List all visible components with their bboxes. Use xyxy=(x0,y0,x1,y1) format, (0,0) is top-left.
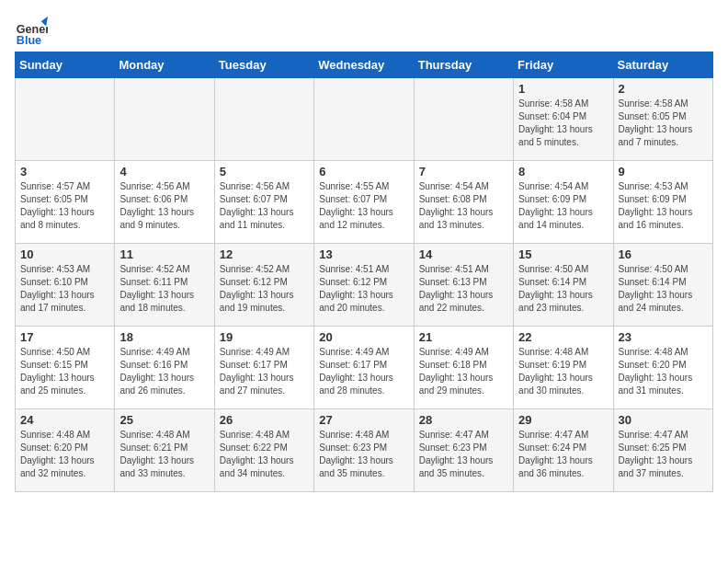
day-number: 8 xyxy=(518,165,608,178)
calendar-cell: 13Sunrise: 4:51 AM Sunset: 6:12 PM Dayli… xyxy=(314,244,414,327)
day-number: 18 xyxy=(119,330,209,344)
day-number: 3 xyxy=(20,165,109,178)
day-info: Sunrise: 4:51 AM Sunset: 6:12 PM Dayligh… xyxy=(319,263,408,315)
calendar-cell: 17Sunrise: 4:50 AM Sunset: 6:15 PM Dayli… xyxy=(16,327,115,409)
header-saturday: Saturday xyxy=(613,52,712,78)
day-info: Sunrise: 4:48 AM Sunset: 6:23 PM Dayligh… xyxy=(319,429,408,480)
day-number: 25 xyxy=(119,413,209,427)
day-number: 9 xyxy=(619,165,708,178)
calendar-cell: 23Sunrise: 4:48 AM Sunset: 6:20 PM Dayli… xyxy=(613,327,712,409)
day-number: 28 xyxy=(419,413,508,427)
calendar-cell xyxy=(314,78,414,161)
day-info: Sunrise: 4:49 AM Sunset: 6:18 PM Dayligh… xyxy=(419,346,508,397)
day-number: 29 xyxy=(518,413,608,427)
calendar-cell: 27Sunrise: 4:48 AM Sunset: 6:23 PM Dayli… xyxy=(314,409,414,492)
day-info: Sunrise: 4:48 AM Sunset: 6:19 PM Dayligh… xyxy=(518,346,608,397)
calendar-cell: 12Sunrise: 4:52 AM Sunset: 6:12 PM Dayli… xyxy=(214,244,313,327)
day-number: 1 xyxy=(518,82,608,96)
svg-text:Blue: Blue xyxy=(17,34,41,47)
day-info: Sunrise: 4:47 AM Sunset: 6:24 PM Dayligh… xyxy=(518,429,608,480)
header-friday: Friday xyxy=(514,52,613,78)
calendar-cell: 9Sunrise: 4:53 AM Sunset: 6:09 PM Daylig… xyxy=(613,161,712,244)
calendar-cell: 2Sunrise: 4:58 AM Sunset: 6:05 PM Daylig… xyxy=(613,78,712,161)
day-number: 10 xyxy=(20,247,109,261)
header-tuesday: Tuesday xyxy=(214,52,313,78)
day-number: 19 xyxy=(220,330,309,344)
calendar-cell: 21Sunrise: 4:49 AM Sunset: 6:18 PM Dayli… xyxy=(414,327,513,409)
day-info: Sunrise: 4:52 AM Sunset: 6:12 PM Dayligh… xyxy=(220,263,309,315)
day-info: Sunrise: 4:50 AM Sunset: 6:14 PM Dayligh… xyxy=(619,263,708,315)
day-number: 13 xyxy=(319,247,408,261)
logo-icon: General Blue xyxy=(15,15,48,48)
day-info: Sunrise: 4:58 AM Sunset: 6:04 PM Dayligh… xyxy=(518,98,608,149)
calendar-header: SundayMondayTuesdayWednesdayThursdayFrid… xyxy=(16,52,713,78)
day-number: 23 xyxy=(619,330,708,344)
calendar-cell: 11Sunrise: 4:52 AM Sunset: 6:11 PM Dayli… xyxy=(115,244,214,327)
day-number: 27 xyxy=(319,413,408,427)
day-number: 15 xyxy=(518,247,608,261)
day-info: Sunrise: 4:49 AM Sunset: 6:17 PM Dayligh… xyxy=(220,346,309,397)
calendar-cell: 1Sunrise: 4:58 AM Sunset: 6:04 PM Daylig… xyxy=(514,78,613,161)
day-number: 20 xyxy=(319,330,408,344)
calendar-cell: 10Sunrise: 4:53 AM Sunset: 6:10 PM Dayli… xyxy=(16,244,115,327)
day-number: 2 xyxy=(619,82,708,96)
header-thursday: Thursday xyxy=(414,52,513,78)
day-info: Sunrise: 4:50 AM Sunset: 6:14 PM Dayligh… xyxy=(518,263,608,315)
calendar-cell: 4Sunrise: 4:56 AM Sunset: 6:06 PM Daylig… xyxy=(115,161,214,244)
week-row-2: 10Sunrise: 4:53 AM Sunset: 6:10 PM Dayli… xyxy=(16,244,713,327)
day-info: Sunrise: 4:57 AM Sunset: 6:05 PM Dayligh… xyxy=(20,180,109,232)
day-number: 16 xyxy=(619,247,708,261)
day-number: 17 xyxy=(20,330,109,344)
week-row-0: 1Sunrise: 4:58 AM Sunset: 6:04 PM Daylig… xyxy=(16,78,713,161)
day-info: Sunrise: 4:58 AM Sunset: 6:05 PM Dayligh… xyxy=(619,98,708,149)
day-info: Sunrise: 4:55 AM Sunset: 6:07 PM Dayligh… xyxy=(319,180,408,232)
calendar-cell: 24Sunrise: 4:48 AM Sunset: 6:20 PM Dayli… xyxy=(16,409,115,492)
day-info: Sunrise: 4:52 AM Sunset: 6:11 PM Dayligh… xyxy=(119,263,209,315)
header-wednesday: Wednesday xyxy=(314,52,414,78)
calendar-cell: 30Sunrise: 4:47 AM Sunset: 6:25 PM Dayli… xyxy=(613,409,712,492)
day-info: Sunrise: 4:50 AM Sunset: 6:15 PM Dayligh… xyxy=(20,346,109,397)
calendar-cell xyxy=(214,78,313,161)
calendar-cell xyxy=(414,78,513,161)
calendar-cell: 18Sunrise: 4:49 AM Sunset: 6:16 PM Dayli… xyxy=(115,327,214,409)
week-row-4: 24Sunrise: 4:48 AM Sunset: 6:20 PM Dayli… xyxy=(16,409,713,492)
week-row-1: 3Sunrise: 4:57 AM Sunset: 6:05 PM Daylig… xyxy=(16,161,713,244)
day-info: Sunrise: 4:54 AM Sunset: 6:09 PM Dayligh… xyxy=(518,180,608,232)
day-info: Sunrise: 4:49 AM Sunset: 6:17 PM Dayligh… xyxy=(319,346,408,397)
header-monday: Monday xyxy=(115,52,214,78)
day-number: 14 xyxy=(419,247,508,261)
calendar-cell: 26Sunrise: 4:48 AM Sunset: 6:22 PM Dayli… xyxy=(214,409,313,492)
day-info: Sunrise: 4:54 AM Sunset: 6:08 PM Dayligh… xyxy=(419,180,508,232)
day-number: 11 xyxy=(119,247,209,261)
calendar-cell: 19Sunrise: 4:49 AM Sunset: 6:17 PM Dayli… xyxy=(214,327,313,409)
week-row-3: 17Sunrise: 4:50 AM Sunset: 6:15 PM Dayli… xyxy=(16,327,713,409)
calendar-cell: 20Sunrise: 4:49 AM Sunset: 6:17 PM Dayli… xyxy=(314,327,414,409)
calendar-cell: 7Sunrise: 4:54 AM Sunset: 6:08 PM Daylig… xyxy=(414,161,513,244)
day-number: 6 xyxy=(319,165,408,178)
calendar-cell: 5Sunrise: 4:56 AM Sunset: 6:07 PM Daylig… xyxy=(214,161,313,244)
day-info: Sunrise: 4:56 AM Sunset: 6:06 PM Dayligh… xyxy=(119,180,209,232)
day-info: Sunrise: 4:51 AM Sunset: 6:13 PM Dayligh… xyxy=(419,263,508,315)
calendar-cell: 28Sunrise: 4:47 AM Sunset: 6:23 PM Dayli… xyxy=(414,409,513,492)
day-info: Sunrise: 4:48 AM Sunset: 6:20 PM Dayligh… xyxy=(619,346,708,397)
calendar-cell: 8Sunrise: 4:54 AM Sunset: 6:09 PM Daylig… xyxy=(514,161,613,244)
day-info: Sunrise: 4:53 AM Sunset: 6:10 PM Dayligh… xyxy=(20,263,109,315)
day-number: 7 xyxy=(419,165,508,178)
calendar-cell: 29Sunrise: 4:47 AM Sunset: 6:24 PM Dayli… xyxy=(514,409,613,492)
calendar-cell: 6Sunrise: 4:55 AM Sunset: 6:07 PM Daylig… xyxy=(314,161,414,244)
day-number: 30 xyxy=(619,413,708,427)
logo: General Blue xyxy=(15,15,48,48)
calendar-cell xyxy=(115,78,214,161)
day-number: 22 xyxy=(518,330,608,344)
day-info: Sunrise: 4:48 AM Sunset: 6:21 PM Dayligh… xyxy=(119,429,209,480)
calendar-cell: 25Sunrise: 4:48 AM Sunset: 6:21 PM Dayli… xyxy=(115,409,214,492)
day-info: Sunrise: 4:47 AM Sunset: 6:23 PM Dayligh… xyxy=(419,429,508,480)
calendar-table: SundayMondayTuesdayWednesdayThursdayFrid… xyxy=(15,52,713,492)
day-number: 12 xyxy=(220,247,309,261)
day-info: Sunrise: 4:48 AM Sunset: 6:20 PM Dayligh… xyxy=(20,429,109,480)
day-number: 26 xyxy=(220,413,309,427)
header-sunday: Sunday xyxy=(16,52,115,78)
calendar-cell: 16Sunrise: 4:50 AM Sunset: 6:14 PM Dayli… xyxy=(613,244,712,327)
day-info: Sunrise: 4:49 AM Sunset: 6:16 PM Dayligh… xyxy=(119,346,209,397)
calendar-cell xyxy=(16,78,115,161)
